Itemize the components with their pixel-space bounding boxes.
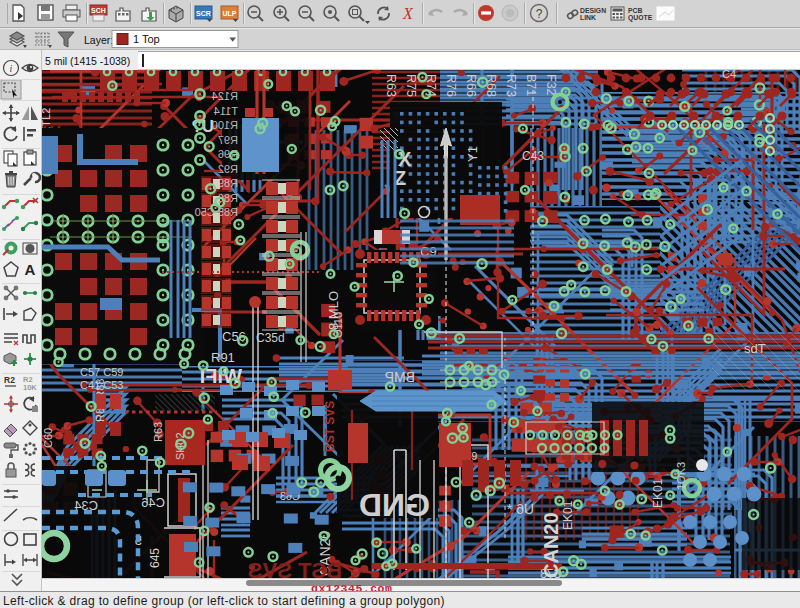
svg-text:8 MLO: 8 MLO <box>326 291 341 330</box>
svg-text:C35d: C35d <box>256 331 285 345</box>
svg-text:SCR: SCR <box>196 10 211 17</box>
svg-text:ULP: ULP <box>223 10 237 17</box>
svg-text:PCB: PCB <box>628 7 642 14</box>
svg-text:C57 C59: C57 C59 <box>80 366 123 378</box>
svg-text:R76: R76 <box>444 74 458 97</box>
svg-text:T114: T114 <box>214 105 238 117</box>
svg-text:C4: C4 <box>722 70 736 80</box>
svg-text:A: A <box>25 261 36 278</box>
svg-text:R124: R124 <box>212 90 238 102</box>
svg-text:R100: R100 <box>212 119 238 131</box>
svg-text:i: i <box>10 63 13 74</box>
svg-text:1 Top: 1 Top <box>133 33 160 45</box>
svg-text:R97: R97 <box>218 134 238 146</box>
svg-text:R63: R63 <box>384 74 398 97</box>
svg-text:Y1: Y1 <box>465 146 480 162</box>
svg-text:GND: GND <box>359 487 430 523</box>
svg-text:U6 *: U6 * <box>506 501 534 517</box>
svg-text:BST SVS: BST SVS <box>248 558 342 578</box>
svg-text:C60: C60 <box>42 428 54 448</box>
svg-text:DESIGN: DESIGN <box>580 7 606 14</box>
svg-text:C43: C43 <box>522 149 544 163</box>
svg-text:R63: R63 <box>152 422 164 442</box>
svg-text:QUOTE: QUOTE <box>628 14 653 22</box>
svg-text:1OK3: 1OK3 <box>675 462 687 490</box>
svg-text:R96: R96 <box>218 148 238 160</box>
svg-text:X: X <box>402 5 414 22</box>
svg-text:BST SVS: BST SVS <box>323 401 337 452</box>
svg-text:R75: R75 <box>404 74 418 97</box>
svg-text:R73: R73 <box>504 74 518 97</box>
svg-text:C46: C46 <box>141 495 165 510</box>
svg-text:B71: B71 <box>524 74 538 96</box>
svg-text:CAN20: CAN20 <box>540 512 562 578</box>
svg-text:10K: 10K <box>23 383 37 392</box>
svg-text:R92: R92 <box>218 163 238 175</box>
svg-text:LINK: LINK <box>580 14 596 21</box>
svg-text:SCH: SCH <box>91 7 106 14</box>
svg-text:F32: F32 <box>544 74 558 96</box>
svg-text:EK01: EK01 <box>651 478 665 508</box>
svg-text:R91: R91 <box>211 350 235 365</box>
svg-text:645: 645 <box>148 548 162 568</box>
svg-text:Layer:: Layer: <box>84 34 113 46</box>
svg-text:R2: R2 <box>4 375 15 385</box>
svg-text:R89: R89 <box>218 177 238 189</box>
svg-text:R66: R66 <box>464 74 478 97</box>
svg-text:sdT: sdT <box>744 341 766 356</box>
svg-text:?: ? <box>536 7 543 21</box>
